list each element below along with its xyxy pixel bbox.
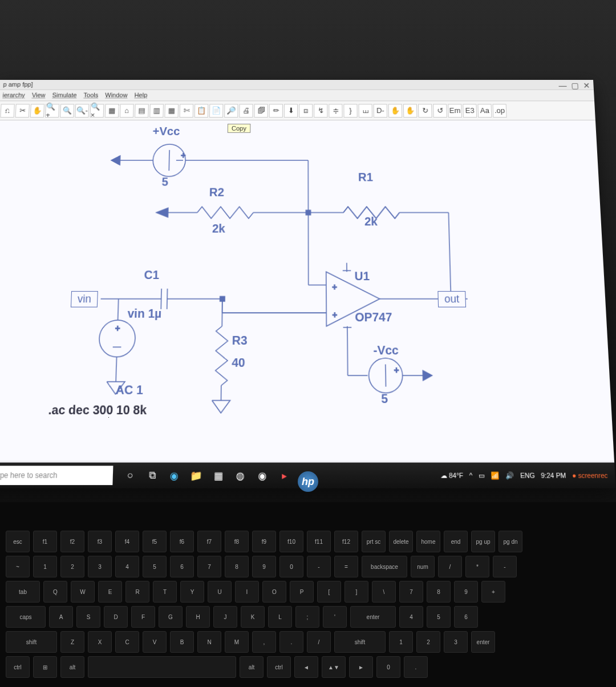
toolbar-btn-8[interactable]: ⌂: [120, 104, 134, 118]
toolbar-btn-31[interactable]: E3: [463, 104, 477, 118]
svg-line-41: [116, 357, 116, 382]
r1-value: 2k: [364, 215, 378, 229]
svg-text:+: +: [181, 151, 186, 160]
toolbar-btn-3[interactable]: 🔍+: [45, 104, 59, 118]
vcc-neg-value: 5: [381, 391, 388, 406]
vin-value: AC 1: [115, 383, 143, 397]
edge-icon[interactable]: ◉: [164, 465, 184, 486]
toolbar-btn-11[interactable]: ▦: [164, 104, 179, 118]
toolbar-btn-4[interactable]: 🔍: [60, 104, 74, 118]
menu-hierarchy[interactable]: ierarchy: [2, 92, 25, 99]
screenrec-indicator[interactable]: ● screenrec: [572, 471, 608, 479]
menu-tools[interactable]: Tools: [83, 92, 98, 99]
svg-marker-10: [156, 208, 168, 217]
svg-text:+: +: [332, 282, 337, 292]
svg-line-28: [161, 289, 161, 309]
r1-label: R1: [358, 171, 373, 184]
minimize-icon[interactable]: —: [558, 81, 567, 90]
window-controls[interactable]: — ▢ ✕: [558, 81, 590, 90]
title-bar: p amp fpp]: [0, 80, 594, 90]
store-icon[interactable]: ▦: [208, 465, 228, 486]
menu-window[interactable]: Window: [105, 92, 128, 99]
toolbar-btn-19[interactable]: ⬇: [284, 104, 298, 118]
wifi-icon[interactable]: 📶: [491, 471, 500, 480]
svg-line-45: [386, 365, 386, 387]
toolbar-btn-25[interactable]: D-: [374, 104, 388, 118]
app-icon[interactable]: ◍: [230, 465, 250, 486]
hp-logo: hp: [298, 471, 318, 492]
toolbar-btn-5[interactable]: 🔍-: [75, 104, 89, 118]
r3-label: R3: [232, 334, 248, 348]
schematic-canvas[interactable]: +: [0, 120, 614, 460]
toolbar-btn-27[interactable]: ✋: [403, 104, 418, 118]
toolbar-btn-29[interactable]: ↺: [433, 104, 447, 118]
search-placeholder: Type here to search: [0, 471, 58, 480]
svg-line-35: [222, 299, 222, 326]
weather-widget[interactable]: ☁ 84°F: [440, 471, 464, 480]
volume-icon[interactable]: 🔊: [505, 471, 514, 480]
menu-simulate[interactable]: Simulate: [52, 92, 76, 99]
toolbar-btn-30[interactable]: Em: [448, 104, 462, 118]
clock[interactable]: 9:24 PM: [541, 471, 566, 479]
toolbar-btn-23[interactable]: }: [343, 104, 357, 118]
ltspice-icon[interactable]: ▸: [274, 465, 294, 486]
toolbar-btn-22[interactable]: ≑: [329, 104, 342, 118]
spice-directive[interactable]: .ac dec 300 10 8k: [48, 403, 147, 417]
menu-view[interactable]: View: [31, 92, 45, 99]
vcc-pos-value: 5: [161, 175, 168, 188]
maximize-icon[interactable]: ▢: [571, 81, 579, 90]
toolbar-btn-2[interactable]: ✋: [30, 104, 44, 118]
keyboard: escf1f2f3f4f5f6f7f8f9f10f11f12prt scdele…: [0, 502, 616, 687]
svg-line-13: [448, 213, 451, 299]
svg-marker-5: [111, 156, 120, 165]
toolbar-btn-12[interactable]: ✄: [180, 104, 194, 118]
toolbar-btn-0[interactable]: ⎌: [0, 104, 14, 118]
toolbar-btn-13[interactable]: 📋: [194, 104, 209, 118]
toolbar-btn-1[interactable]: ✂: [15, 104, 30, 118]
toolbar-btn-21[interactable]: ↯: [314, 104, 327, 118]
toolbar-btn-18[interactable]: ✏: [269, 104, 283, 118]
toolbar-btn-33[interactable]: .op: [493, 104, 507, 118]
toolbar-btn-6[interactable]: 🔍×: [90, 104, 104, 118]
chrome-icon[interactable]: ◉: [253, 465, 273, 486]
toolbar-btn-10[interactable]: ▥: [149, 104, 164, 118]
svg-text:+: +: [333, 310, 338, 320]
svg-line-1: [169, 150, 169, 171]
menu-bar[interactable]: ierarchy View Simulate Tools Window Help: [0, 90, 594, 102]
toolbar-btn-32[interactable]: Aa: [477, 104, 492, 118]
toolbar-btn-20[interactable]: ⧈: [299, 104, 313, 118]
toolbar-btn-7[interactable]: ▦: [105, 104, 119, 118]
toolbar-btn-14[interactable]: 📄: [209, 104, 223, 118]
r2-value: 2k: [212, 222, 225, 236]
c1-label: C1: [144, 268, 159, 282]
toolbar-btn-16[interactable]: 🖨: [239, 104, 253, 118]
vcc-pos-label: +Vcc: [152, 125, 180, 138]
lang-indicator[interactable]: ENG: [520, 471, 535, 479]
toolbar-btn-28[interactable]: ↻: [418, 104, 432, 118]
net-vin[interactable]: vin: [71, 291, 98, 308]
net-out[interactable]: out: [437, 291, 466, 308]
svg-text:+: +: [115, 323, 120, 333]
tray-chevron-icon[interactable]: ^: [469, 471, 473, 479]
toolbar-btn-15[interactable]: 🔎: [224, 104, 238, 118]
window-title: p amp fpp]: [3, 81, 33, 88]
r3-value: 40: [232, 355, 245, 370]
toolbar-btn-24[interactable]: ⧢: [358, 104, 372, 118]
system-tray[interactable]: ☁ 84°F ^ ▭ 📶 🔊 ENG 9:24 PM ● screenrec: [440, 471, 615, 480]
svg-line-37: [118, 299, 119, 320]
cortana-icon[interactable]: ○: [120, 465, 140, 486]
taskbar-search[interactable]: ⌕ Type here to search: [0, 466, 113, 485]
vcc-neg-label: -Vcc: [373, 344, 399, 358]
taskview-icon[interactable]: ⧉: [142, 465, 162, 486]
toolbar[interactable]: ⎌✂✋🔍+🔍🔍-🔍×▦⌂▤▥▦✄📋📄🔎🖨🗐✏⬇⧈↯≑}⧢D-✋✋↻↺EmE3Aa…: [0, 101, 595, 120]
svg-marker-48: [423, 370, 432, 380]
explorer-icon[interactable]: 📁: [186, 465, 206, 486]
toolbar-btn-9[interactable]: ▤: [135, 104, 149, 118]
close-icon[interactable]: ✕: [583, 81, 590, 90]
menu-help[interactable]: Help: [134, 92, 147, 99]
battery-icon[interactable]: ▭: [479, 471, 485, 480]
svg-line-42: [347, 336, 348, 375]
u1-model: OP747: [355, 310, 392, 325]
toolbar-btn-17[interactable]: 🗐: [254, 104, 268, 118]
toolbar-btn-26[interactable]: ✋: [388, 104, 403, 118]
